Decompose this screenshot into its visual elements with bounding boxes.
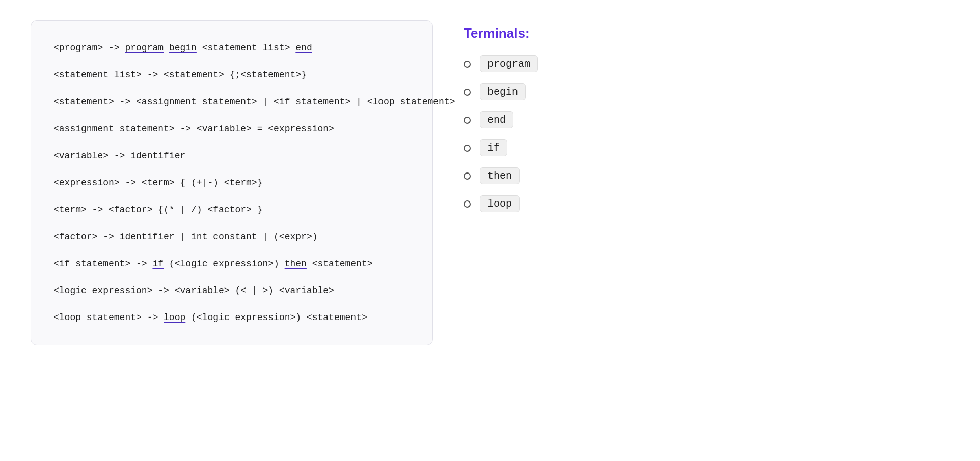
bullet-then <box>464 172 471 180</box>
grammar-line-statement-list: <statement_list> -> <statement> {;<state… <box>53 68 410 82</box>
terminals-title: Terminals: <box>464 25 949 41</box>
badge-if: if <box>480 139 507 156</box>
bullet-program <box>464 61 471 68</box>
list-item: if <box>464 139 949 156</box>
grammar-line-statement: <statement> -> <assignment_statement> | … <box>53 95 410 109</box>
grammar-line-logic: <logic_expression> -> <variable> (< | >)… <box>53 284 410 298</box>
grammar-line-expression: <expression> -> <term> { (+|-) <term>} <box>53 176 410 190</box>
terminal-begin: begin <box>169 43 197 53</box>
bullet-loop <box>464 200 471 208</box>
list-item: loop <box>464 195 949 212</box>
terminal-program: program <box>125 43 164 53</box>
grammar-line-assignment: <assignment_statement> -> <variable> = <… <box>53 122 410 136</box>
grammar-panel: <program> -> program begin <statement_li… <box>31 20 433 345</box>
terminal-list: program begin end if then loop <box>464 55 949 212</box>
list-item: begin <box>464 83 949 100</box>
badge-begin: begin <box>480 83 526 100</box>
badge-loop: loop <box>480 195 520 212</box>
list-item: program <box>464 55 949 72</box>
grammar-line-term: <term> -> <factor> {(* | /) <factor> } <box>53 203 410 217</box>
terminals-panel: Terminals: program begin end if then loo… <box>464 20 949 212</box>
bullet-if <box>464 145 471 152</box>
terminal-end: end <box>295 43 312 53</box>
grammar-line-program: <program> -> program begin <statement_li… <box>53 41 410 55</box>
grammar-line-if: <if_statement> -> if (<logic_expression>… <box>53 257 410 271</box>
list-item: end <box>464 111 949 128</box>
terminal-if: if <box>152 258 164 269</box>
grammar-line-factor: <factor> -> identifier | int_constant | … <box>53 230 410 244</box>
bullet-begin <box>464 89 471 96</box>
grammar-line-variable: <variable> -> identifier <box>53 149 410 163</box>
terminal-then: then <box>285 258 307 269</box>
badge-program: program <box>480 55 538 72</box>
badge-then: then <box>480 167 520 184</box>
badge-end: end <box>480 111 513 128</box>
terminal-loop: loop <box>164 312 185 323</box>
list-item: then <box>464 167 949 184</box>
bullet-end <box>464 117 471 124</box>
grammar-line-loop: <loop_statement> -> loop (<logic_express… <box>53 311 410 325</box>
